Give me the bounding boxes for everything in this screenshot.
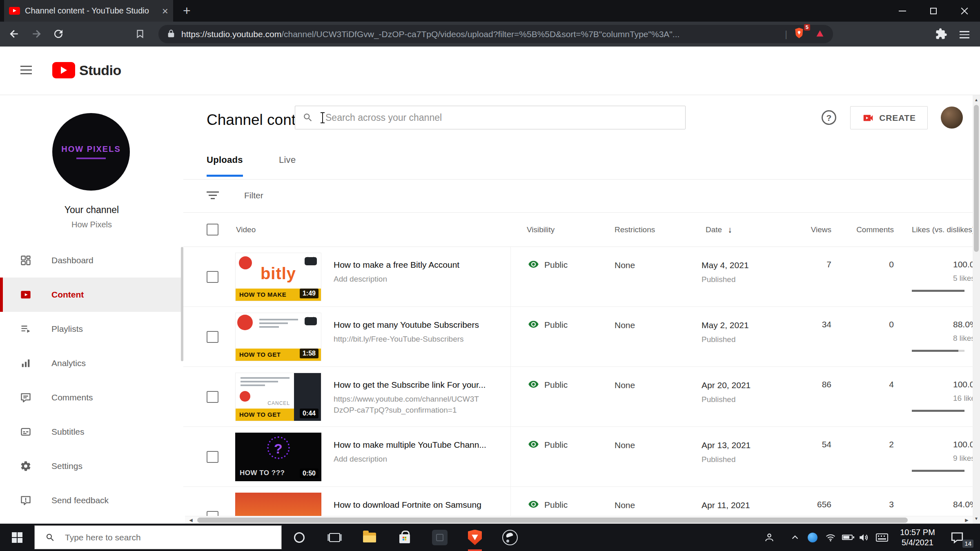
file-explorer-icon[interactable]: [352, 524, 387, 551]
forward-button[interactable]: [30, 28, 42, 42]
reload-button[interactable]: [52, 28, 65, 42]
likes-count: 9 likes: [953, 454, 973, 463]
row-checkbox[interactable]: [207, 451, 218, 463]
sidebar-item-subtitles[interactable]: Subtitles: [0, 415, 183, 449]
bookmark-icon[interactable]: [135, 28, 145, 42]
video-cell: HOW TO GET 1:58 How to get many Youtube …: [235, 307, 511, 367]
taskbar-search-box[interactable]: [34, 525, 282, 549]
filter-bar[interactable]: Filter: [183, 180, 973, 213]
obs-studio-icon[interactable]: [492, 524, 528, 551]
sidebar: HOW PIXELS Your channel How Pixels Dashb…: [0, 95, 183, 524]
scroll-up-icon[interactable]: ▲: [973, 96, 980, 104]
task-view-icon[interactable]: [317, 524, 352, 551]
window-close-button[interactable]: [949, 0, 980, 22]
scroll-right-icon[interactable]: ▶: [961, 516, 973, 524]
sidebar-item-send-feedback[interactable]: Send feedback: [0, 483, 183, 518]
column-video[interactable]: Video: [235, 225, 511, 234]
brave-rewards-icon[interactable]: [815, 29, 825, 40]
video-thumbnail[interactable]: bitly HOW TO MAKE 1:49: [235, 253, 321, 301]
video-thumbnail[interactable]: CANCEL HOW TO GET 0:44: [235, 373, 321, 421]
battery-icon[interactable]: [839, 524, 856, 551]
sidebar-item-content[interactable]: Content: [0, 278, 183, 312]
start-button[interactable]: [0, 524, 34, 551]
hamburger-menu-icon[interactable]: [20, 66, 32, 77]
video-table-row[interactable]: HOW TO ??? 0:50 How to make multiple You…: [183, 427, 973, 487]
select-all-checkbox[interactable]: [207, 224, 218, 236]
help-button[interactable]: ?: [822, 110, 836, 125]
taskbar-search-input[interactable]: [64, 532, 281, 543]
video-date: Apr 20, 2021: [702, 380, 786, 391]
video-title[interactable]: How to make multiple YouTube Chann...: [334, 439, 507, 451]
extensions-puzzle-icon[interactable]: [935, 28, 947, 42]
create-button[interactable]: CREATE: [850, 106, 928, 129]
row-checkbox[interactable]: [207, 391, 218, 403]
horizontal-scrollbar[interactable]: ◀ ▶: [185, 516, 973, 524]
pinned-app-icon[interactable]: [422, 524, 457, 551]
action-center-icon[interactable]: 14: [948, 524, 966, 551]
video-title[interactable]: How to make a free Bitly Account: [334, 259, 507, 271]
row-checkbox-cell: [207, 247, 235, 307]
video-description[interactable]: https://www.youtube.com/channel/UCW3T: [334, 393, 507, 404]
browser-tab[interactable]: Channel content - YouTube Studio ×: [4, 0, 173, 22]
row-checkbox[interactable]: [207, 331, 218, 343]
video-table-row[interactable]: bitly HOW TO MAKE 1:49 How to make a fre…: [183, 247, 973, 307]
column-comments[interactable]: Comments: [835, 225, 901, 234]
brave-browser-icon[interactable]: [457, 524, 492, 551]
sidebar-item-settings[interactable]: Settings: [0, 449, 183, 483]
comments-cell: 0: [835, 247, 901, 307]
video-title[interactable]: How to get the Subscribe link For your..…: [334, 379, 507, 391]
sidebar-item-comments[interactable]: Comments: [0, 380, 183, 415]
microsoft-store-icon[interactable]: [387, 524, 422, 551]
video-table-row[interactable]: CANCEL HOW TO GET 0:44 How to get the Su…: [183, 367, 973, 427]
vertical-scrollbar-thumb[interactable]: [974, 105, 979, 252]
video-cell: HOW TO ??? 0:50 How to make multiple You…: [235, 427, 511, 487]
vertical-scrollbar[interactable]: ▲ ▼: [973, 95, 980, 524]
video-table-row[interactable]: HOW TO GET 1:58 How to get many Youtube …: [183, 307, 973, 367]
sidebar-item-playlists[interactable]: Playlists: [0, 312, 183, 346]
browser-menu-icon[interactable]: [960, 29, 969, 40]
column-views[interactable]: Views: [786, 225, 835, 234]
scroll-down-icon[interactable]: ▼: [973, 515, 980, 523]
video-description[interactable]: Add description: [334, 273, 507, 284]
tab-live[interactable]: Live: [279, 155, 296, 175]
video-thumbnail[interactable]: HOW TO GET 1:58: [235, 313, 321, 361]
column-likes[interactable]: Likes (vs. dislikes): [901, 225, 973, 234]
new-tab-button[interactable]: +: [183, 2, 191, 19]
keyboard-icon[interactable]: [873, 524, 891, 551]
channel-search-box[interactable]: [295, 106, 686, 129]
people-icon[interactable]: [761, 524, 777, 551]
window-maximize-button[interactable]: [918, 0, 949, 22]
likes-percent: 100.0%: [953, 440, 973, 449]
studio-logo[interactable]: Studio: [52, 62, 121, 78]
tray-app-icon[interactable]: [805, 524, 820, 551]
tab-close-icon[interactable]: ×: [162, 6, 168, 16]
wifi-icon[interactable]: [822, 524, 840, 551]
video-thumbnail[interactable]: HOW TO ??? 0:50: [235, 433, 321, 481]
search-input[interactable]: [325, 112, 685, 124]
row-checkbox[interactable]: [207, 271, 218, 283]
sidebar-item-analytics[interactable]: Analytics: [0, 346, 183, 380]
column-restrictions[interactable]: Restrictions: [601, 225, 689, 234]
scroll-left-icon[interactable]: ◀: [185, 516, 197, 524]
brave-shield-icon[interactable]: 5: [794, 27, 806, 41]
column-date[interactable]: Date↓: [689, 225, 786, 235]
tab-uploads[interactable]: Uploads: [207, 155, 243, 177]
tray-expand-chevron-icon[interactable]: [788, 524, 802, 551]
horizontal-scrollbar-thumb[interactable]: [197, 518, 908, 523]
channel-avatar[interactable]: HOW PIXELS: [52, 113, 130, 191]
account-avatar[interactable]: [941, 107, 963, 129]
likes-percent: 100.0%: [953, 380, 973, 389]
video-title[interactable]: How to download Fortnite on Samsung: [334, 499, 507, 511]
address-bar[interactable]: https://studio.youtube.com/channel/UCW3T…: [158, 25, 833, 43]
sidebar-scrollbar[interactable]: [181, 247, 183, 361]
video-description[interactable]: Add description: [334, 453, 507, 464]
volume-icon[interactable]: [856, 524, 871, 551]
window-minimize-button[interactable]: [887, 0, 918, 22]
back-button[interactable]: [8, 28, 20, 42]
column-visibility[interactable]: Visibility: [511, 225, 601, 234]
video-title[interactable]: How to get many Youtube Subscribers: [334, 319, 507, 331]
sidebar-item-dashboard[interactable]: Dashboard: [0, 243, 183, 278]
cortana-icon[interactable]: [282, 524, 317, 551]
clock[interactable]: 10:57 PM 5/4/2021: [895, 524, 940, 551]
video-description[interactable]: http://bit.ly/Free-YouTube-Subscribers: [334, 333, 507, 344]
